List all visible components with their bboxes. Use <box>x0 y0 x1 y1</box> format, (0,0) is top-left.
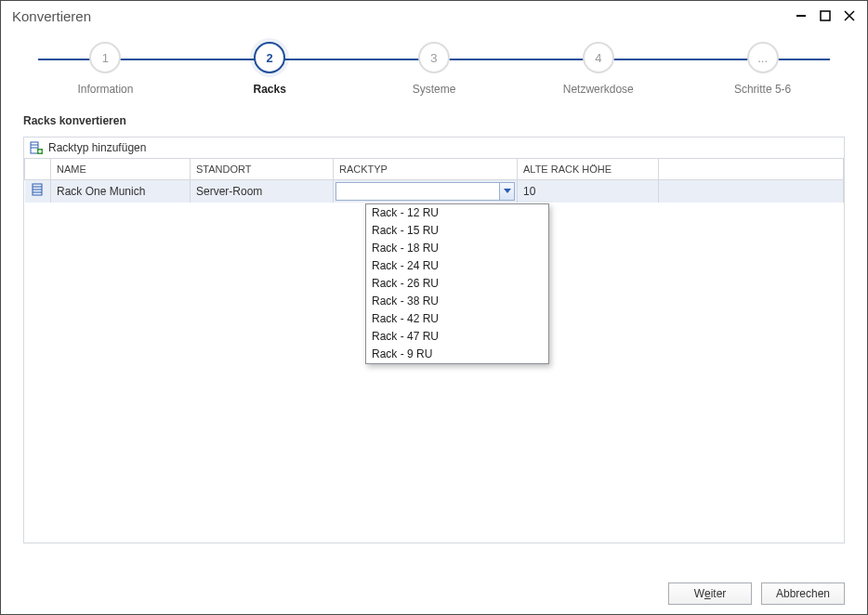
cell-name[interactable]: Rack One Munich <box>51 179 191 203</box>
rack-icon <box>31 183 44 196</box>
dropdown-button[interactable] <box>499 183 514 200</box>
grid-toolbar: Racktyp hinzufügen <box>23 137 845 158</box>
cell-racktyp[interactable] <box>334 179 518 203</box>
step-bubble: 1 <box>89 42 121 73</box>
dropdown-option[interactable]: Rack - 47 RU <box>366 328 548 346</box>
table-row[interactable]: Rack One Munich Server-Room 10 <box>25 179 844 203</box>
cancel-button[interactable]: Abbrechen <box>761 582 845 605</box>
step-racks[interactable]: 2 Racks <box>188 42 352 96</box>
dropdown-option[interactable]: Rack - 26 RU <box>366 275 548 293</box>
next-label-pre: W <box>694 587 704 600</box>
dialog-body: Racks konvertieren Racktyp hinzufügen <box>1 103 867 549</box>
step-netzwerkdose[interactable]: 4 Netzwerkdose <box>516 42 680 96</box>
col-spacer <box>659 159 844 179</box>
cell-standort[interactable]: Server-Room <box>191 179 334 203</box>
close-button[interactable] <box>843 9 856 22</box>
dropdown-option[interactable]: Rack - 12 RU <box>366 204 548 222</box>
dropdown-option[interactable]: Rack - 15 RU <box>366 222 548 240</box>
cell-spacer <box>659 179 844 203</box>
step-more[interactable]: ... Schritte 5-6 <box>680 42 845 96</box>
dropdown-option[interactable]: Rack - 38 RU <box>366 293 548 310</box>
next-label-mnemonic: e <box>704 587 711 600</box>
dropdown-option[interactable]: Rack - 9 RU <box>366 346 548 363</box>
step-bubble: 4 <box>583 42 614 73</box>
dropdown-option[interactable]: Rack - 18 RU <box>366 240 548 257</box>
titlebar: Konvertieren <box>1 1 867 31</box>
racktyp-dropdown[interactable]: Rack - 12 RU Rack - 15 RU Rack - 18 RU R… <box>365 203 549 364</box>
dialog-footer: Weiter Abbrechen <box>668 582 845 605</box>
dropdown-option[interactable]: Rack - 42 RU <box>366 310 548 328</box>
chevron-down-icon <box>504 189 511 194</box>
maximize-button[interactable] <box>819 9 832 22</box>
convert-dialog: Konvertieren 1 Information 2 Racks 3 Sys… <box>0 0 868 615</box>
col-icon <box>25 159 51 179</box>
svg-marker-14 <box>504 189 511 193</box>
svg-rect-1 <box>821 11 830 20</box>
window-controls <box>795 9 860 22</box>
row-icon-cell <box>25 179 51 203</box>
col-name[interactable]: NAME <box>51 159 191 179</box>
racktyp-combobox[interactable] <box>335 182 515 201</box>
col-racktyp[interactable]: RACKTYP <box>334 159 518 179</box>
step-label: Racks <box>254 83 286 96</box>
step-systeme[interactable]: 3 Systeme <box>352 42 517 96</box>
step-label: Systeme <box>413 83 456 96</box>
racks-grid: NAME STANDORT RACKTYP ALTE RACK HÖHE Rac… <box>23 158 845 543</box>
next-button[interactable]: Weiter <box>668 582 752 605</box>
step-information[interactable]: 1 Information <box>23 42 188 96</box>
dropdown-option[interactable]: Rack - 24 RU <box>366 257 548 275</box>
col-alte-hoehe[interactable]: ALTE RACK HÖHE <box>518 159 659 179</box>
add-racktype-button[interactable]: Racktyp hinzufügen <box>48 141 146 154</box>
racktyp-value[interactable] <box>336 183 499 200</box>
step-bubble: 3 <box>418 42 450 73</box>
step-label: Netzwerkdose <box>563 83 634 96</box>
col-standort[interactable]: STANDORT <box>191 159 334 179</box>
add-racktype-icon <box>30 141 43 154</box>
grid-header-row: NAME STANDORT RACKTYP ALTE RACK HÖHE <box>25 159 844 179</box>
cell-alte-hoehe[interactable]: 10 <box>518 179 659 203</box>
window-title: Konvertieren <box>8 8 795 24</box>
step-label: Information <box>77 83 133 96</box>
step-bubble: ... <box>747 42 779 73</box>
step-bubble: 2 <box>254 42 285 73</box>
minimize-button[interactable] <box>795 9 808 22</box>
wizard-stepper: 1 Information 2 Racks 3 Systeme 4 Netzwe… <box>1 31 867 103</box>
step-label: Schritte 5-6 <box>734 83 791 96</box>
next-label-post: iter <box>711 587 727 600</box>
section-title: Racks konvertieren <box>23 109 845 137</box>
